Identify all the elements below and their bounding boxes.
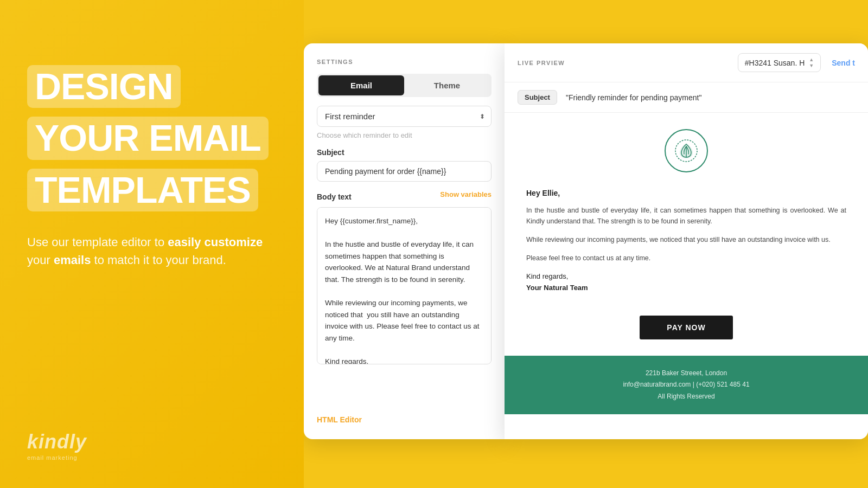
footer-address: 221b Baker Streeet, London xyxy=(526,368,846,380)
tab-email[interactable]: Email xyxy=(318,75,404,95)
headline-your-email: YOUR EMAIL xyxy=(35,117,261,158)
body-label: Body text xyxy=(317,192,352,201)
subject-label: Subject xyxy=(317,148,492,157)
email-greeting: Hey Ellie, xyxy=(526,189,846,197)
reminder-select[interactable]: First reminder Second reminder Final rem… xyxy=(317,106,492,127)
settings-card: SETTINGS Email Theme First reminder Seco… xyxy=(304,43,505,439)
subject-preview-text: "Friendly reminder for pending payment" xyxy=(566,93,701,102)
reminder-select-wrapper: First reminder Second reminder Final rem… xyxy=(317,106,492,127)
preview-title: LIVE PRVIEW xyxy=(518,60,565,66)
email-signoff: Kind regards, Your Natural Team xyxy=(526,271,846,294)
headline-line-2: YOUR EMAIL xyxy=(27,117,269,159)
helper-text: Choose which reminder to edit xyxy=(317,131,492,139)
tab-theme[interactable]: Theme xyxy=(404,75,490,95)
tab-switcher: Email Theme xyxy=(317,74,492,97)
subject-input[interactable] xyxy=(317,161,492,182)
headline-line-1: DESIGN xyxy=(27,65,181,108)
email-para1: In the hustle and bustle of everyday lif… xyxy=(526,205,846,227)
right-panel: SETTINGS Email Theme First reminder Seco… xyxy=(304,0,868,488)
headline-line-3: TEMPLATES xyxy=(27,169,258,211)
brand-tagline: email marketing xyxy=(27,454,277,461)
footer-email: info@naturalbrand.com | (+020) 521 485 4… xyxy=(526,379,846,391)
pay-now-button[interactable]: PAY NOW xyxy=(640,316,732,339)
logo-svg xyxy=(674,139,698,163)
email-body: Hey Ellie, In the hustle and bustle of e… xyxy=(505,113,868,439)
ticket-arrows-icon: ▲ ▼ xyxy=(809,57,814,68)
footer-rights: All Rights Reserved xyxy=(526,391,846,403)
settings-label: SETTINGS xyxy=(317,59,492,65)
html-editor-link[interactable]: HTML Editor xyxy=(317,411,492,424)
ticket-selector[interactable]: #H3241 Susan. H ▲ ▼ xyxy=(738,53,821,72)
email-preview-content: Hey Ellie, In the hustle and bustle of e… xyxy=(505,113,868,439)
email-text-section: Hey Ellie, In the hustle and bustle of e… xyxy=(505,183,868,305)
email-para3: Please feel free to contact us at any ti… xyxy=(526,253,846,264)
left-panel: DESIGN YOUR EMAIL TEMPLATES Use our temp… xyxy=(0,0,304,488)
body-textarea[interactable]: Hey {{customer.first_name}}, In the hust… xyxy=(317,207,492,364)
email-para2: While reviewing our incoming payments, w… xyxy=(526,234,846,245)
ticket-value: #H3241 Susan. H xyxy=(745,59,805,67)
email-logo-section xyxy=(505,113,868,183)
headline-templates: TEMPLATES xyxy=(35,169,251,210)
show-variables-link[interactable]: Show variables xyxy=(440,190,492,198)
send-button[interactable]: Send t xyxy=(832,59,855,67)
subject-bar: Subject "Friendly reminder for pending p… xyxy=(505,82,868,113)
email-signoff-2: Your Natural Team xyxy=(526,282,846,294)
headline-design: DESIGN xyxy=(35,66,173,107)
preview-header: LIVE PRVIEW #H3241 Susan. H ▲ ▼ Send t xyxy=(505,43,868,82)
logo-circle xyxy=(665,129,708,172)
brand-logo: kindly xyxy=(27,431,277,453)
email-signoff-1: Kind regards, xyxy=(526,272,568,280)
headline-block: DESIGN YOUR EMAIL TEMPLATES Use our temp… xyxy=(27,65,277,269)
subtext: Use our template editor to easily custom… xyxy=(27,233,266,269)
body-label-row: Body text Show variables xyxy=(317,190,492,198)
preview-card: LIVE PRVIEW #H3241 Susan. H ▲ ▼ Send t S… xyxy=(505,43,868,439)
brand-footer: kindly email marketing xyxy=(27,431,277,461)
email-footer: 221b Baker Streeet, London info@naturalb… xyxy=(505,356,868,415)
subject-badge: Subject xyxy=(518,90,557,105)
